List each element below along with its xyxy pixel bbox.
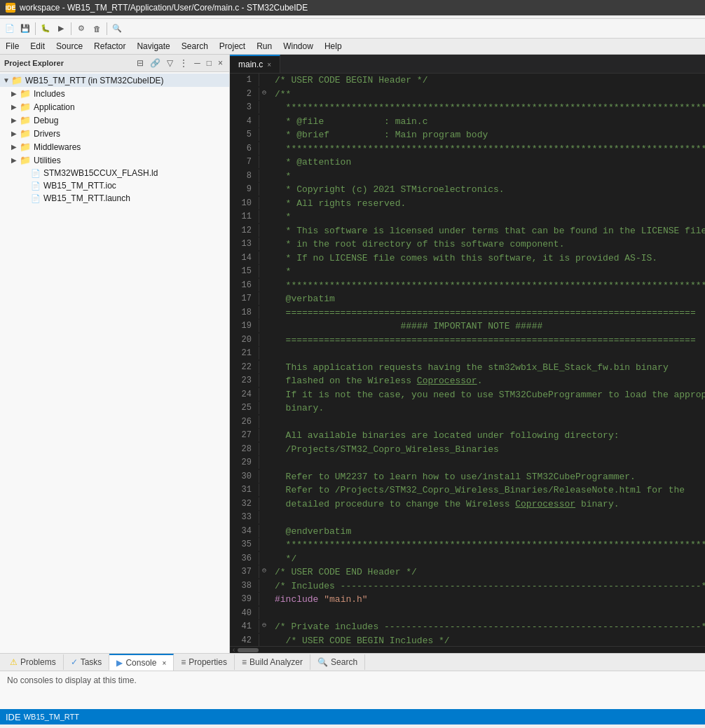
menu-help[interactable]: Help: [319, 39, 348, 53]
code-line-37: 37 ⊖ /* USER CODE END Header */: [230, 565, 705, 579]
line-content-29: [269, 456, 286, 470]
code-line-2: 2 ⊖ /**: [230, 88, 705, 102]
code-line-26: 26: [230, 415, 705, 430]
sep1: [35, 22, 36, 35]
sidebar-header: Project Explorer ⊟ 🔗 ▽ ⋮ ─ □ ×: [0, 55, 229, 72]
application-folder-icon: 📁: [20, 102, 31, 112]
tree-item-includes[interactable]: ▶ 📁 Includes: [0, 87, 229, 100]
line-num-15: 15: [230, 265, 259, 277]
line-content-35: ****************************************…: [269, 538, 705, 552]
tree-item-middlewares[interactable]: ▶ 📁 Middlewares: [0, 140, 229, 153]
middlewares-label: Middlewares: [34, 142, 81, 152]
menu-window[interactable]: Window: [278, 39, 319, 53]
menu-source[interactable]: Source: [50, 39, 88, 53]
line-content-3: ****************************************…: [269, 101, 705, 115]
hscroll-thumb[interactable]: [238, 648, 259, 652]
tree-item-ld[interactable]: ▶ 📄 STM32WB15CCUX_FLASH.ld: [0, 167, 229, 179]
debug-label: Debug: [34, 116, 58, 125]
new-btn[interactable]: 📄: [3, 22, 17, 36]
root-label: WB15_TM_RTT (in STM32CubeIDE): [25, 76, 164, 85]
line-content-12: * This software is licensed under terms …: [269, 224, 705, 238]
sidebar: Project Explorer ⊟ 🔗 ▽ ⋮ ─ □ × ▼ 📁 WB15_…: [0, 55, 230, 653]
clean-btn[interactable]: 🗑: [90, 22, 104, 36]
line-content-16: ****************************************…: [269, 279, 705, 293]
collapse-all-btn[interactable]: ⊟: [135, 57, 146, 69]
line-num-41: 41: [230, 620, 259, 633]
tree-item-ioc[interactable]: ▶ 📄 WB15_TM_RTT.ioc: [0, 179, 229, 192]
maximize-btn[interactable]: □: [205, 57, 214, 69]
tree-item-launch[interactable]: ▶ 📄 WB15_TM_RTT.launch: [0, 192, 229, 205]
line-content-39: #include "main.h": [269, 593, 374, 607]
code-line-22: 22 This application requests having the …: [230, 361, 705, 375]
tree-item-debug[interactable]: ▶ 📁 Debug: [0, 114, 229, 127]
line-num-2: 2: [230, 88, 259, 100]
code-line-15: 15 *: [230, 265, 705, 279]
menu-search[interactable]: Search: [176, 39, 214, 53]
line-num-27: 27: [230, 429, 259, 441]
tree-item-drivers[interactable]: ▶ 📁 Drivers: [0, 127, 229, 140]
editor-hscrollbar[interactable]: ‹: [230, 646, 705, 653]
line-content-34: @endverbatim: [269, 525, 357, 539]
line-fold-37[interactable]: ⊖: [259, 565, 269, 576]
code-line-6: 6 **************************************…: [230, 142, 705, 156]
search-tab-label: Search: [331, 657, 357, 667]
menu-run[interactable]: Run: [251, 39, 278, 53]
line-content-21: [269, 347, 286, 361]
build-btn[interactable]: ⚙: [74, 22, 88, 36]
ioc-label: WB15_TM_RTT.ioc: [43, 181, 116, 191]
code-line-39: 39 #include "main.h": [230, 593, 705, 607]
line-num-1: 1: [230, 74, 259, 86]
code-editor[interactable]: 1 /* USER CODE BEGIN Header */ 2 ⊖ /** 3…: [230, 74, 705, 646]
search-tab-icon: 🔍: [317, 657, 328, 667]
line-num-9: 9: [230, 183, 259, 195]
menu-edit[interactable]: Edit: [25, 39, 50, 53]
editor-tab-bar: main.c ×: [230, 55, 705, 74]
code-line-33: 33: [230, 511, 705, 525]
line-fold-2[interactable]: ⊖: [259, 88, 269, 98]
menu-file[interactable]: File: [0, 39, 25, 53]
code-line-38: 38 /* Includes -------------------------…: [230, 579, 705, 593]
tree-root[interactable]: ▼ 📁 WB15_TM_RTT (in STM32CubeIDE): [0, 74, 229, 87]
line-num-5: 5: [230, 128, 259, 141]
menu-navigate[interactable]: Navigate: [131, 39, 175, 53]
line-num-29: 29: [230, 456, 259, 469]
line-content-25: binary.: [269, 401, 329, 415]
line-num-12: 12: [230, 224, 259, 237]
line-content-26: [269, 415, 286, 430]
bottom-tab-console[interactable]: ▶ Console ×: [109, 654, 174, 671]
bottom-tab-problems[interactable]: ⚠ Problems: [3, 654, 64, 670]
line-num-8: 8: [230, 170, 259, 182]
menu-project[interactable]: Project: [214, 39, 251, 53]
link-editor-btn[interactable]: 🔗: [148, 57, 163, 69]
save-btn[interactable]: 💾: [18, 22, 32, 36]
code-line-9: 9 * Copyright (c) 2021 STMicroelectronic…: [230, 183, 705, 197]
line-content-19: ##### IMPORTANT NOTE #####: [269, 320, 548, 334]
bottom-tab-build-analyzer[interactable]: ≡ Build Analyzer: [235, 654, 310, 670]
tree-item-utilities[interactable]: ▶ 📁 Utilities: [0, 153, 229, 167]
tasks-icon: ✓: [71, 657, 78, 667]
code-line-24: 24 If it is not the case, you need to us…: [230, 388, 705, 402]
root-folder-icon: 📁: [11, 75, 22, 85]
console-close-btn[interactable]: ×: [162, 659, 166, 667]
debug-btn[interactable]: 🐛: [39, 22, 53, 36]
bottom-tab-search[interactable]: 🔍 Search: [310, 654, 365, 670]
project-explorer-title: Project Explorer: [4, 59, 64, 67]
bottom-tab-properties[interactable]: ≡ Properties: [174, 654, 235, 670]
run-btn[interactable]: ▶: [54, 22, 68, 36]
minimize-btn[interactable]: ─: [192, 57, 203, 69]
launch-label: WB15_TM_RTT.launch: [43, 193, 130, 203]
line-fold-41[interactable]: ⊖: [259, 620, 269, 631]
filter-btn[interactable]: ▽: [165, 57, 175, 69]
line-num-35: 35: [230, 538, 259, 551]
tree-item-application[interactable]: ▶ 📁 Application: [0, 100, 229, 114]
line-num-26: 26: [230, 415, 259, 428]
search-btn[interactable]: 🔍: [110, 22, 124, 36]
application-label: Application: [34, 102, 75, 112]
problems-label: Problems: [20, 657, 56, 667]
bottom-tab-tasks[interactable]: ✓ Tasks: [64, 654, 110, 670]
menu-refactor[interactable]: Refactor: [88, 39, 131, 53]
editor-tab-main-c[interactable]: main.c ×: [230, 55, 280, 73]
close-sidebar-btn[interactable]: ×: [216, 57, 225, 69]
tab-close-btn[interactable]: ×: [267, 61, 271, 69]
view-menu-btn[interactable]: ⋮: [177, 57, 190, 69]
